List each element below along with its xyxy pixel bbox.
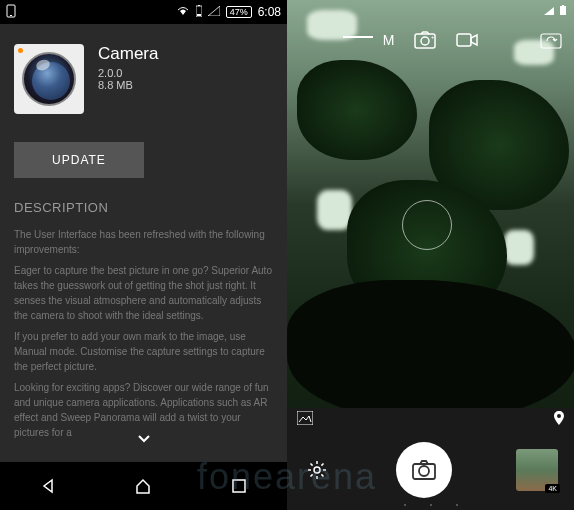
battery-percent: 47% bbox=[226, 6, 252, 18]
clock-text: 6:08 bbox=[258, 5, 281, 19]
signal-icon bbox=[208, 5, 220, 19]
wifi-icon bbox=[176, 5, 190, 19]
svg-point-16 bbox=[419, 466, 429, 476]
manual-mode-tab[interactable]: M bbox=[383, 32, 395, 48]
nav-indicator-dots bbox=[404, 504, 458, 506]
resolution-badge: 4K bbox=[545, 484, 560, 493]
video-mode-tab[interactable] bbox=[456, 33, 478, 47]
app-update-panel: 47% 6:08 Camera 2.0.0 8.8 MB UPDATE DESC… bbox=[0, 0, 287, 510]
recent-apps-button[interactable] bbox=[225, 472, 253, 500]
app-version: 2.0.0 bbox=[98, 67, 158, 79]
battery-icon bbox=[560, 5, 566, 17]
shutter-button[interactable] bbox=[396, 442, 452, 498]
svg-point-9 bbox=[421, 37, 429, 45]
phone-icon bbox=[6, 4, 16, 21]
camera-info-bar bbox=[287, 408, 574, 430]
scene-icon bbox=[297, 411, 313, 427]
app-header: Camera 2.0.0 8.8 MB bbox=[0, 24, 287, 134]
svg-rect-7 bbox=[562, 5, 564, 6]
svg-point-14 bbox=[314, 467, 320, 473]
home-button[interactable] bbox=[129, 472, 157, 500]
mode-underline bbox=[343, 36, 373, 38]
svg-rect-5 bbox=[233, 480, 245, 492]
navigation-bar bbox=[0, 462, 287, 510]
location-icon[interactable] bbox=[554, 411, 564, 427]
camera-viewfinder[interactable] bbox=[287, 0, 574, 408]
signal-icon bbox=[544, 5, 554, 17]
expand-down-button[interactable] bbox=[132, 426, 156, 454]
svg-text:+: + bbox=[431, 34, 435, 40]
gallery-thumbnail[interactable]: 4K bbox=[516, 449, 558, 491]
svg-rect-3 bbox=[198, 5, 200, 6]
photo-mode-tab[interactable]: + bbox=[414, 31, 436, 49]
back-button[interactable] bbox=[34, 472, 62, 500]
camera-controls: 4K bbox=[287, 430, 574, 510]
svg-rect-1 bbox=[10, 15, 12, 16]
settings-button[interactable] bbox=[303, 456, 331, 484]
svg-rect-12 bbox=[541, 34, 561, 48]
app-title: Camera bbox=[98, 44, 158, 64]
focus-ring bbox=[402, 200, 452, 250]
description-body: The User Interface has been refreshed wi… bbox=[14, 227, 273, 440]
svg-rect-11 bbox=[457, 34, 471, 46]
camera-status-bar bbox=[287, 0, 574, 22]
update-button[interactable]: UPDATE bbox=[14, 142, 144, 178]
svg-rect-4 bbox=[197, 14, 201, 16]
switch-camera-button[interactable] bbox=[540, 31, 562, 49]
svg-rect-6 bbox=[560, 6, 566, 15]
description-section: DESCRIPTION The User Interface has been … bbox=[0, 186, 287, 460]
status-bar: 47% 6:08 bbox=[0, 0, 287, 24]
camera-mode-bar: M + bbox=[287, 22, 574, 58]
svg-rect-13 bbox=[297, 411, 313, 425]
description-heading: DESCRIPTION bbox=[14, 200, 273, 215]
camera-viewfinder-panel: M + 4K bbox=[287, 0, 574, 510]
camera-app-icon bbox=[14, 44, 84, 114]
battery-low-icon bbox=[196, 5, 202, 20]
app-size: 8.8 MB bbox=[98, 79, 158, 91]
